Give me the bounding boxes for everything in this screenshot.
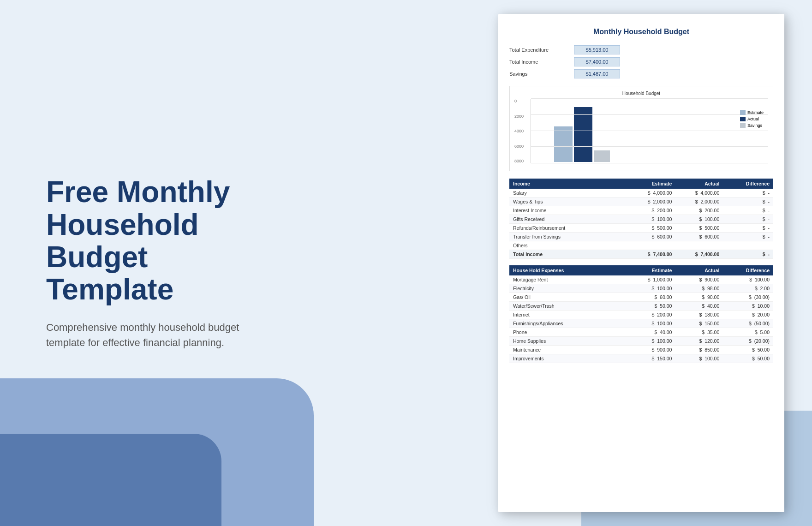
- row-estimate: $ 150.00: [628, 354, 675, 363]
- row-label: Internet: [509, 311, 628, 319]
- y-label-4000: 4000: [514, 129, 527, 133]
- row-label: Refunds/Reinbursement: [509, 224, 628, 233]
- row-actual: $ 150.00: [675, 319, 723, 328]
- total-estimate: $ 7,400.00: [628, 250, 675, 259]
- gridline-1: [531, 146, 768, 147]
- y-label-8000: 8000: [514, 159, 527, 163]
- row-estimate: $ 4,000.00: [628, 189, 675, 197]
- table-row: Gifts Received $ 100.00 $ 100.00 $ -: [509, 215, 773, 224]
- row-estimate: $ 900.00: [628, 346, 675, 354]
- table-row: Others: [509, 241, 773, 250]
- legend-label-estimate: Estimate: [747, 110, 764, 115]
- chart-area: Household Budget 8000 6000 4000 2000 0: [509, 86, 773, 171]
- total-label: Total Income: [509, 250, 628, 259]
- legend-savings: Savings: [740, 123, 764, 128]
- table-row: Gas/ Oil $ 60.00 $ 90.00 $ (30.00): [509, 293, 773, 302]
- row-actual: $ 600.00: [675, 233, 723, 241]
- expenses-estimate-header: Estimate: [628, 265, 675, 275]
- summary-row-savings: Savings $1,487.00: [509, 69, 773, 78]
- income-actual-header: Actual: [675, 179, 723, 189]
- row-label: Interest Income: [509, 206, 628, 215]
- row-label: Improvements: [509, 354, 628, 363]
- row-diff: $ (20.00): [723, 337, 773, 346]
- savings-value: $1,487.00: [574, 69, 620, 78]
- chart-inner: 8000 6000 4000 2000 0: [514, 99, 768, 163]
- row-estimate: $ 2,000.00: [628, 197, 675, 206]
- savings-label: Savings: [509, 71, 574, 77]
- chart-gridlines: [531, 99, 768, 163]
- gridline-2: [531, 131, 768, 131]
- expenses-difference-header: Difference: [723, 265, 773, 275]
- row-diff: $ 20.00: [723, 311, 773, 319]
- chart-legend: Estimate Actual Savings: [740, 110, 764, 128]
- page-title: Free Monthly Household Budget Template: [46, 176, 277, 306]
- income-col-header: Income: [509, 179, 628, 189]
- expenses-table: House Hold Expenses Estimate Actual Diff…: [509, 265, 773, 363]
- row-diff: [723, 241, 773, 250]
- legend-label-savings: Savings: [747, 123, 762, 128]
- row-estimate: $ 500.00: [628, 224, 675, 233]
- row-diff: $ (50.00): [723, 319, 773, 328]
- table-row: Transfer from Savings $ 600.00 $ 600.00 …: [509, 233, 773, 241]
- row-actual: $ 100.00: [675, 215, 723, 224]
- gridline-3: [531, 114, 768, 115]
- row-label: Others: [509, 241, 628, 250]
- row-diff: $ 5.00: [723, 328, 773, 337]
- page-subtitle: Comprehensive monthly household budget t…: [46, 320, 277, 350]
- title-line2: Budget Template: [46, 240, 173, 306]
- row-diff: $ -: [723, 197, 773, 206]
- summary-row-income: Total Income $7,400.00: [509, 57, 773, 66]
- row-estimate: $ 100.00: [628, 284, 675, 293]
- table-row: Water/Sewer/Trash $ 50.00 $ 40.00 $ 10.0…: [509, 302, 773, 311]
- row-actual: [675, 241, 723, 250]
- expenditure-value: $5,913.00: [574, 45, 620, 54]
- row-label: Wages & Tips: [509, 197, 628, 206]
- table-row: Home Supplies $ 100.00 $ 120.00 $ (20.00…: [509, 337, 773, 346]
- row-estimate: [628, 241, 675, 250]
- table-row: Internet $ 200.00 $ 180.00 $ 20.00: [509, 311, 773, 319]
- total-diff: $ -: [723, 250, 773, 259]
- row-actual: $ 2,000.00: [675, 197, 723, 206]
- row-estimate: $ 1,000.00: [628, 275, 675, 284]
- row-estimate: $ 200.00: [628, 206, 675, 215]
- income-difference-header: Difference: [723, 179, 773, 189]
- row-actual: $ 500.00: [675, 224, 723, 233]
- row-label: Furnishings/Appliances: [509, 319, 628, 328]
- title-line1: Free Monthly Household: [46, 175, 230, 241]
- row-actual: $ 120.00: [675, 337, 723, 346]
- row-actual: $ 35.00: [675, 328, 723, 337]
- row-actual: $ 850.00: [675, 346, 723, 354]
- row-estimate: $ 600.00: [628, 233, 675, 241]
- document-panel: Monthly Household Budget Total Expenditu…: [498, 14, 784, 512]
- summary-section: Total Expenditure $5,913.00 Total Income…: [509, 45, 773, 78]
- row-label: Water/Sewer/Trash: [509, 302, 628, 311]
- total-actual: $ 7,400.00: [675, 250, 723, 259]
- row-estimate: $ 100.00: [628, 337, 675, 346]
- row-label: Gas/ Oil: [509, 293, 628, 302]
- legend-estimate: Estimate: [740, 110, 764, 115]
- row-diff: $ -: [723, 189, 773, 197]
- table-row: Maintenance $ 900.00 $ 850.00 $ 50.00: [509, 346, 773, 354]
- row-estimate: $ 60.00: [628, 293, 675, 302]
- y-label-2000: 2000: [514, 114, 527, 119]
- row-actual: $ 4,000.00: [675, 189, 723, 197]
- row-diff: $ 10.00: [723, 302, 773, 311]
- chart-title: Household Budget: [514, 91, 768, 96]
- row-label: Electricity: [509, 284, 628, 293]
- row-diff: $ 2.00: [723, 284, 773, 293]
- y-label-0: 0: [514, 99, 527, 103]
- legend-color-estimate: [740, 110, 746, 115]
- table-row: Wages & Tips $ 2,000.00 $ 2,000.00 $ -: [509, 197, 773, 206]
- row-diff: $ 100.00: [723, 275, 773, 284]
- expenses-col-header: House Hold Expenses: [509, 265, 628, 275]
- row-diff: $ -: [723, 233, 773, 241]
- table-row: Phone $ 40.00 $ 35.00 $ 5.00: [509, 328, 773, 337]
- row-actual: $ 100.00: [675, 354, 723, 363]
- row-estimate: $ 100.00: [628, 319, 675, 328]
- row-label: Gifts Received: [509, 215, 628, 224]
- row-actual: $ 180.00: [675, 311, 723, 319]
- row-diff: $ -: [723, 206, 773, 215]
- row-diff: $ (30.00): [723, 293, 773, 302]
- income-estimate-header: Estimate: [628, 179, 675, 189]
- document-title: Monthly Household Budget: [509, 28, 773, 36]
